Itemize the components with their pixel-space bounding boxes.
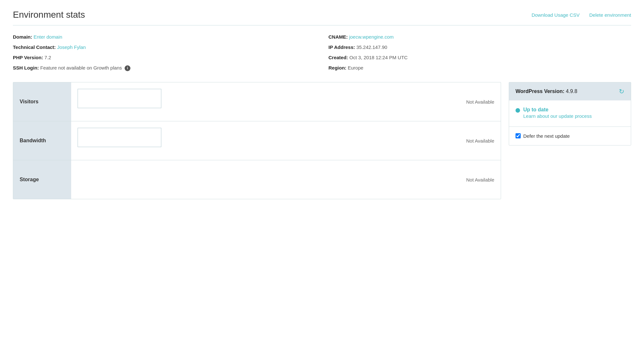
domain-link[interactable]: Enter domain (33, 34, 62, 40)
wp-version-label: WordPress Version: 4.9.8 (516, 89, 577, 94)
bandwidth-label: Bandwidth (13, 121, 71, 160)
info-ssh: SSH Login: Feature not available on Grow… (13, 64, 316, 72)
defer-section: Defer the next update (509, 127, 631, 145)
wp-version-number: 4.9.8 (566, 89, 577, 94)
wordpress-panel-header: WordPress Version: 4.9.8 ↻ (509, 82, 631, 100)
visitors-unavailable: Not Available (289, 99, 501, 105)
environment-info: Domain: Enter domain CNAME: joecw.wpengi… (13, 33, 631, 72)
info-icon[interactable]: i (125, 65, 130, 71)
refresh-icon[interactable]: ↻ (619, 88, 624, 95)
bandwidth-chart-placeholder (78, 128, 161, 147)
info-region: Region: Europe (328, 64, 631, 72)
info-technical-contact: Technical Contact: Joseph Fylan (13, 43, 316, 51)
info-ip: IP Address: 35.242.147.90 (328, 43, 631, 51)
main-content: Visitors Not Available Bandwidth Not Ava… (13, 82, 631, 199)
defer-label[interactable]: Defer the next update (523, 133, 570, 139)
stats-row-storage: Storage Not Available (13, 160, 501, 199)
bandwidth-unavailable: Not Available (289, 138, 501, 144)
info-cname: CNAME: joecw.wpengine.com (328, 33, 631, 41)
visitors-chart-placeholder (78, 89, 161, 108)
status-dot (516, 108, 520, 113)
update-process-link[interactable]: Learn about our update process (523, 113, 592, 119)
wordpress-panel-body: Up to date Learn about our update proces… (509, 100, 631, 145)
stats-row-visitors: Visitors Not Available (13, 82, 501, 121)
download-csv-link[interactable]: Download Usage CSV (532, 12, 580, 18)
storage-chart (71, 160, 289, 199)
contact-link[interactable]: Joseph Fylan (57, 44, 86, 50)
info-domain: Domain: Enter domain (13, 33, 316, 41)
status-uptodate-text: Up to date (523, 107, 592, 113)
defer-checkbox[interactable] (516, 133, 521, 138)
info-created: Created: Oct 3, 2018 12:24 PM UTC (328, 54, 631, 61)
storage-unavailable: Not Available (289, 177, 501, 183)
page-header: Environment stats Download Usage CSV Del… (13, 10, 631, 20)
page-title: Environment stats (13, 10, 85, 20)
header-actions: Download Usage CSV Delete environment (532, 12, 631, 18)
visitors-chart (71, 82, 289, 121)
wordpress-panel: WordPress Version: 4.9.8 ↻ Up to date Le… (509, 82, 631, 145)
delete-environment-link[interactable]: Delete environment (589, 12, 631, 18)
header-divider (13, 25, 631, 25)
wordpress-status-section: Up to date Learn about our update proces… (509, 100, 631, 127)
bandwidth-chart (71, 121, 289, 160)
info-php: PHP Version: 7.2 (13, 54, 316, 61)
storage-label: Storage (13, 160, 71, 199)
cname-link[interactable]: joecw.wpengine.com (349, 34, 393, 40)
stats-row-bandwidth: Bandwidth Not Available (13, 121, 501, 160)
stats-table: Visitors Not Available Bandwidth Not Ava… (13, 82, 501, 199)
visitors-label: Visitors (13, 82, 71, 121)
